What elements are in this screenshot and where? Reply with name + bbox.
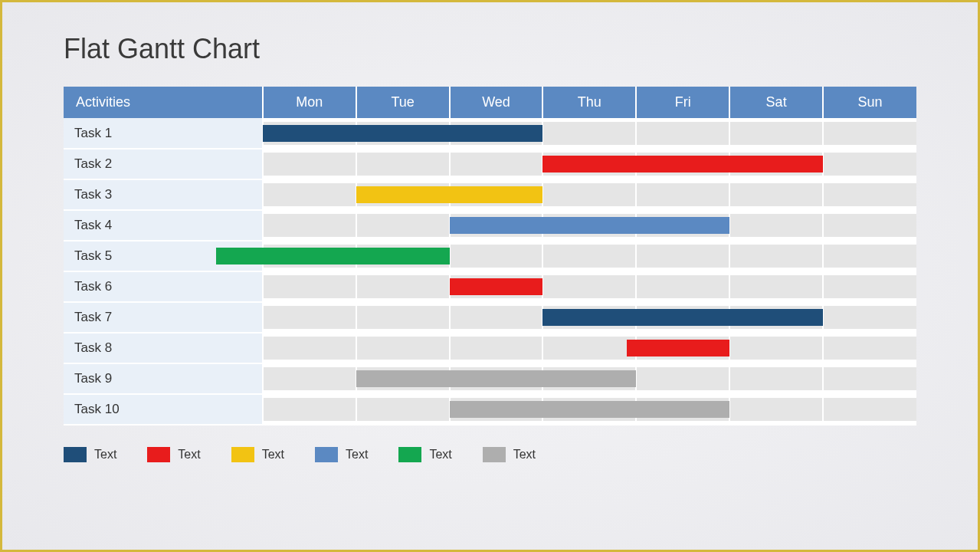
legend-label: Text <box>513 448 536 462</box>
day-cell <box>823 271 916 302</box>
day-cell-block <box>824 275 916 298</box>
task-label: Task 9 <box>64 363 263 394</box>
day-cell <box>263 241 356 271</box>
day-cell-block <box>824 245 916 268</box>
day-cell <box>823 394 916 425</box>
day-cell <box>263 302 356 333</box>
day-cell-block <box>543 306 635 329</box>
day-cell-block <box>730 183 822 206</box>
day-cell <box>823 210 916 241</box>
day-cell-block <box>730 245 822 268</box>
day-cell-block <box>543 367 635 390</box>
day-cell-block <box>637 398 729 421</box>
day-cell <box>263 210 356 241</box>
day-cell-block <box>264 367 356 390</box>
day-cell <box>356 271 450 302</box>
day-cell-block <box>824 398 916 421</box>
day-cell-block <box>451 153 542 176</box>
day-cell-block <box>730 275 822 298</box>
legend-label: Text <box>262 448 284 462</box>
day-cell <box>263 363 356 394</box>
day-cell-block <box>543 337 635 360</box>
gantt-table: Activities Mon Tue Wed Thu Fri Sat Sun T… <box>64 87 916 426</box>
day-cell-block <box>730 398 822 421</box>
day-cell <box>356 210 450 241</box>
day-cell-block <box>824 183 916 206</box>
legend-item: Text <box>398 447 451 462</box>
day-cell-block <box>451 398 542 421</box>
table-row: Task 3 <box>64 179 916 210</box>
day-cell-block <box>264 245 356 268</box>
gantt-header-row: Activities Mon Tue Wed Thu Fri Sat Sun <box>64 87 916 118</box>
table-row: Task 8 <box>64 333 916 363</box>
legend-item: Text <box>483 447 536 462</box>
day-cell-block <box>451 337 542 360</box>
day-cell-block <box>637 214 729 237</box>
day-cell-block <box>543 214 635 237</box>
day-cell <box>263 271 356 302</box>
day-cell <box>823 179 916 210</box>
day-cell <box>450 302 543 333</box>
day-header-sun: Sun <box>823 87 916 118</box>
day-cell-block <box>264 275 356 298</box>
day-cell <box>636 149 729 179</box>
task-label: Task 10 <box>64 394 263 425</box>
day-cell <box>356 333 450 363</box>
day-cell <box>542 241 636 271</box>
day-cell <box>542 210 636 241</box>
task-label: Task 3 <box>64 179 263 210</box>
legend-item: Text <box>231 447 284 462</box>
day-cell <box>450 210 543 241</box>
legend-swatch <box>64 447 87 462</box>
table-row: Task 7 <box>64 302 916 333</box>
day-cell <box>823 333 916 363</box>
day-header-thu: Thu <box>542 87 636 118</box>
day-cell <box>636 179 729 210</box>
day-cell <box>263 118 356 149</box>
day-cell-block <box>637 337 729 360</box>
legend-item: Text <box>64 447 116 462</box>
day-header-wed: Wed <box>450 87 543 118</box>
day-cell <box>263 179 356 210</box>
table-row: Task 2 <box>64 149 916 179</box>
day-cell-block <box>357 306 449 329</box>
table-row: Task 1 <box>64 118 916 149</box>
day-cell <box>823 302 916 333</box>
day-header-mon: Mon <box>263 87 356 118</box>
day-cell-block <box>824 367 916 390</box>
day-cell-block <box>357 122 449 145</box>
legend-label: Text <box>346 448 368 462</box>
day-cell-block <box>637 245 729 268</box>
day-cell <box>729 118 823 149</box>
day-cell <box>356 302 450 333</box>
day-cell <box>729 210 823 241</box>
day-cell <box>542 118 636 149</box>
day-cell-block <box>357 245 449 268</box>
day-cell <box>729 149 823 179</box>
day-cell-block <box>824 337 916 360</box>
legend-swatch <box>147 447 170 462</box>
day-cell <box>823 363 916 394</box>
legend-swatch <box>483 447 506 462</box>
table-row: Task 5 <box>64 241 916 271</box>
day-cell <box>729 363 823 394</box>
day-cell <box>542 302 636 333</box>
day-cell-block <box>264 153 356 176</box>
day-cell <box>729 394 823 425</box>
day-cell-block <box>637 306 729 329</box>
day-cell <box>729 333 823 363</box>
day-cell <box>356 118 450 149</box>
day-cell-block <box>543 122 635 145</box>
day-cell-block <box>451 275 542 298</box>
day-cell <box>450 149 543 179</box>
day-cell-block <box>730 337 822 360</box>
day-cell-block <box>543 153 635 176</box>
day-cell-block <box>730 214 822 237</box>
day-cell-block <box>730 122 822 145</box>
table-row: Task 9 <box>64 363 916 394</box>
activities-column-header: Activities <box>64 87 263 118</box>
page-title: Flat Gantt Chart <box>64 33 916 65</box>
table-row: Task 4 <box>64 210 916 241</box>
day-cell <box>356 179 450 210</box>
day-cell-block <box>730 306 822 329</box>
